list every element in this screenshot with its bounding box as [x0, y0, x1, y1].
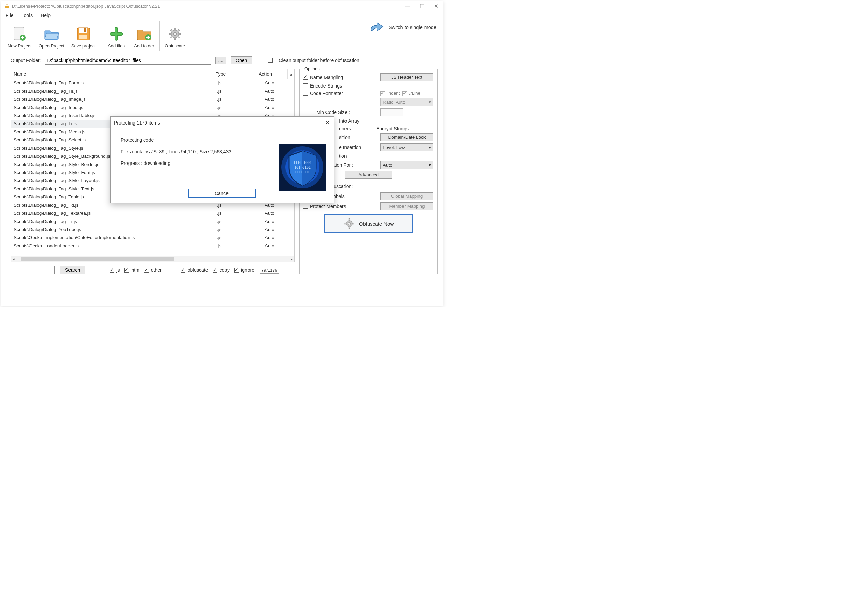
- file-type: .js: [217, 210, 248, 217]
- file-row[interactable]: Scripts\Dialog\Dialog_Tag_Textarea.js.js…: [11, 209, 294, 217]
- file-row[interactable]: Scripts\Dialog\Dialog_Tag_Hr.js.jsAuto: [11, 87, 294, 95]
- minimize-button[interactable]: —: [405, 3, 410, 9]
- protect-members-checkbox[interactable]: [303, 204, 308, 209]
- file-action: Auto: [248, 96, 291, 103]
- file-action: Auto: [248, 218, 291, 225]
- file-type: .js: [217, 104, 248, 111]
- menu-help[interactable]: Help: [41, 12, 51, 18]
- advanced-button[interactable]: Advanced: [345, 171, 392, 179]
- dialog-close-button[interactable]: ✕: [325, 120, 330, 126]
- filter-ignore-checkbox[interactable]: [234, 268, 239, 273]
- file-row[interactable]: Scripts\Gecko_Loader\Loader.js.jsAuto: [11, 242, 294, 250]
- chevron-down-icon: ▾: [429, 144, 431, 150]
- new-project-button[interactable]: New Project: [4, 21, 36, 50]
- clean-output-checkbox[interactable]: [268, 58, 273, 63]
- code-formatter-checkbox[interactable]: [303, 91, 308, 96]
- file-row[interactable]: Scripts\Dialog\Dialog_Tag_Image.js.jsAut…: [11, 95, 294, 104]
- window-title: D:\License\Protector\Obfuscator\phpedito…: [12, 4, 160, 9]
- menu-file[interactable]: File: [6, 12, 14, 18]
- min-code-size-input[interactable]: [380, 108, 403, 116]
- lock-icon: [5, 3, 10, 9]
- obfuscate-button[interactable]: Obfuscate: [161, 21, 189, 50]
- obfuscate-now-button[interactable]: Obfuscate Now: [324, 214, 412, 233]
- encrypt-strings-checkbox[interactable]: [370, 127, 374, 131]
- js-header-button[interactable]: JS Header Text: [380, 73, 433, 81]
- file-type: .js: [217, 226, 248, 233]
- menu-tools[interactable]: Tools: [22, 12, 33, 18]
- svg-rect-13: [179, 33, 181, 34]
- save-project-button[interactable]: Save project: [67, 21, 99, 50]
- svg-rect-22: [344, 223, 346, 224]
- indent-checkbox: [380, 91, 385, 96]
- file-type: .js: [217, 87, 248, 95]
- svg-rect-16: [178, 29, 180, 31]
- file-name: Scripts\Dialog\Dialog_Tag_Input.js: [14, 104, 217, 111]
- file-row[interactable]: Scripts\Dialog\Dialog_Tag_Tr.js.jsAuto: [11, 217, 294, 225]
- filter-copy-checkbox[interactable]: [212, 268, 217, 273]
- open-button[interactable]: Open: [231, 56, 252, 64]
- file-action: Auto: [248, 104, 291, 111]
- close-button[interactable]: ✕: [434, 3, 439, 9]
- options-legend: Options: [303, 66, 321, 71]
- search-button[interactable]: Search: [60, 266, 85, 274]
- svg-rect-20: [349, 219, 350, 220]
- global-mapping-button[interactable]: Global Mapping: [380, 193, 433, 200]
- output-folder-input[interactable]: [45, 56, 211, 65]
- member-mapping-button[interactable]: Member Mapping: [380, 202, 433, 210]
- plus-icon: [108, 26, 124, 42]
- file-type: .js: [217, 79, 248, 87]
- domain-lock-button[interactable]: Domain/Date Lock: [380, 133, 433, 141]
- scroll-right-arrow[interactable]: ▸: [289, 257, 294, 261]
- file-action: Auto: [248, 242, 291, 250]
- scroll-left-arrow[interactable]: ◂: [11, 257, 16, 261]
- progress-dialog: Protecting 1179 items ✕ Protecting code …: [110, 116, 334, 203]
- ratio-select: Ratio: Auto▾: [380, 98, 433, 106]
- svg-text:101 0101: 101 0101: [294, 166, 311, 169]
- add-files-button[interactable]: Add files: [102, 21, 130, 50]
- svg-rect-4: [79, 28, 87, 33]
- file-row[interactable]: Scripts\Dialog\Dialog_Tag_Form.js.jsAuto: [11, 79, 294, 87]
- maximize-button[interactable]: ☐: [420, 3, 425, 9]
- clean-output-label: Clean output folder before obfuscation: [279, 57, 359, 63]
- filter-other-checkbox[interactable]: [144, 268, 149, 273]
- svg-point-9: [173, 32, 177, 36]
- search-input[interactable]: [11, 266, 54, 275]
- name-mangling-checkbox[interactable]: [303, 75, 308, 80]
- horizontal-scrollbar[interactable]: ◂ ▸: [11, 256, 294, 262]
- encode-strings-checkbox[interactable]: [303, 84, 308, 88]
- shield-icon: 1110 1001 101 0101 0000 01: [279, 143, 326, 191]
- col-action[interactable]: Action: [243, 69, 288, 79]
- file-action: Auto: [248, 234, 291, 242]
- file-row[interactable]: Scripts\Dialog\Dialog_YouTube.js.jsAuto: [11, 225, 294, 234]
- filter-htm-checkbox[interactable]: [124, 268, 129, 273]
- col-name[interactable]: Name: [11, 69, 213, 79]
- file-name: Scripts\Dialog\Dialog_Tag_Textarea.js: [14, 210, 217, 217]
- save-icon: [75, 26, 91, 42]
- gear-icon: [167, 26, 183, 42]
- file-name: Scripts\Gecko_Implementation\CuteEditorI…: [14, 234, 217, 242]
- browse-button[interactable]: ....: [215, 57, 227, 64]
- level-select[interactable]: Level: Low▾: [380, 143, 433, 151]
- filter-js-checkbox[interactable]: [110, 268, 114, 273]
- output-folder-label: Output Folder:: [11, 57, 41, 63]
- line-checkbox: [403, 91, 407, 96]
- dialog-cancel-button[interactable]: Cancel: [188, 189, 256, 198]
- new-project-icon: [11, 26, 28, 42]
- add-folder-button[interactable]: Add folder: [130, 21, 158, 50]
- switch-mode-button[interactable]: Switch to single mode: [369, 21, 442, 34]
- file-row[interactable]: Scripts\Gecko_Implementation\CuteEditorI…: [11, 234, 294, 242]
- file-action: Auto: [248, 79, 291, 87]
- scroll-up-arrow[interactable]: ▴: [288, 69, 294, 79]
- file-row[interactable]: Scripts\Dialog\Dialog_Tag_Input.js.jsAut…: [11, 104, 294, 112]
- add-folder-icon: [136, 26, 152, 42]
- scrollbar-thumb[interactable]: [21, 257, 174, 261]
- open-project-button[interactable]: Open Project: [36, 21, 67, 50]
- filter-obfuscate-checkbox[interactable]: [181, 268, 186, 273]
- svg-rect-15: [178, 36, 180, 38]
- code-opt-select[interactable]: Auto▾: [380, 161, 433, 169]
- svg-text:0000 01: 0000 01: [295, 170, 310, 174]
- svg-rect-12: [169, 33, 171, 34]
- file-type: .js: [217, 242, 248, 250]
- col-type[interactable]: Type: [213, 69, 243, 79]
- svg-rect-21: [349, 227, 350, 228]
